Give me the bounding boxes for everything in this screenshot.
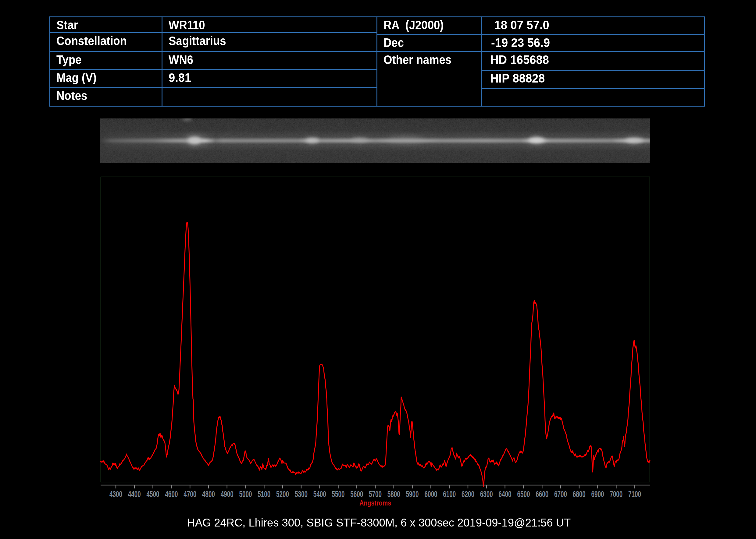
svg-text:4800: 4800 <box>202 490 215 499</box>
svg-text:Angstroms: Angstroms <box>359 499 391 507</box>
svg-text:4500: 4500 <box>146 490 159 499</box>
svg-text:5700: 5700 <box>369 490 382 499</box>
svg-text:6100: 6100 <box>443 490 456 499</box>
svg-text:4900: 4900 <box>221 490 234 499</box>
svg-text:5300: 5300 <box>295 490 308 499</box>
svg-text:5800: 5800 <box>387 490 400 499</box>
svg-text:6000: 6000 <box>424 490 437 499</box>
svg-text:5100: 5100 <box>257 490 270 499</box>
svg-text:6800: 6800 <box>573 490 586 499</box>
svg-text:4300: 4300 <box>109 490 122 499</box>
svg-text:6500: 6500 <box>517 490 530 499</box>
svg-text:5200: 5200 <box>276 490 289 499</box>
svg-text:6900: 6900 <box>591 490 604 499</box>
svg-text:5600: 5600 <box>350 490 363 499</box>
svg-text:6200: 6200 <box>461 490 474 499</box>
svg-text:7100: 7100 <box>628 490 641 499</box>
svg-text:6400: 6400 <box>499 490 512 499</box>
svg-text:4400: 4400 <box>128 490 141 499</box>
svg-text:5500: 5500 <box>332 490 345 499</box>
svg-text:6600: 6600 <box>535 490 548 499</box>
svg-text:5000: 5000 <box>239 490 252 499</box>
svg-text:4600: 4600 <box>165 490 178 499</box>
svg-text:4700: 4700 <box>183 490 196 499</box>
svg-text:7000: 7000 <box>610 490 622 499</box>
svg-text:5900: 5900 <box>406 490 419 499</box>
svg-text:6700: 6700 <box>554 490 567 499</box>
svg-text:6300: 6300 <box>480 490 493 499</box>
svg-text:5400: 5400 <box>313 490 326 499</box>
